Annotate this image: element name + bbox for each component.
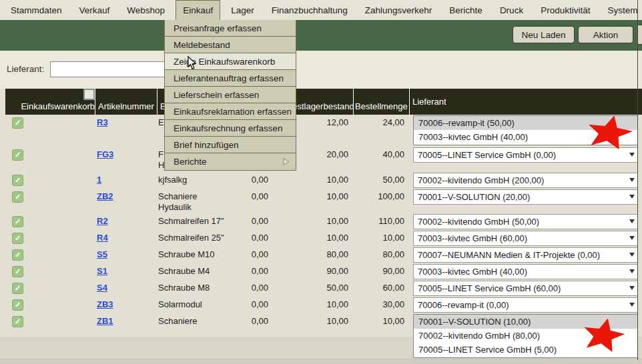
- lieferant-select-value: 70003--kivtec GmbH (60,00): [418, 233, 527, 243]
- row-checkbox[interactable]: ✓: [12, 316, 23, 327]
- menu-item-meldebestand[interactable]: Meldebestand: [165, 37, 296, 53]
- menubar-item-finanzbuchhaltung[interactable]: Finanzbuchhaltung: [265, 0, 354, 20]
- artikelnummer-link[interactable]: R3: [97, 117, 108, 127]
- artikelnummer-link[interactable]: ZB3: [97, 299, 113, 309]
- artikelnummer-cell: ZB3: [95, 297, 157, 313]
- menu-item-preisanfrage-erfassen[interactable]: Preisanfrage erfassen: [165, 20, 296, 37]
- select-dropdown-arrow-icon: [629, 286, 635, 290]
- row-checkbox-cell: ✓: [5, 213, 95, 230]
- row-checkbox[interactable]: ✓: [12, 266, 23, 277]
- artikelnummer-link[interactable]: S4: [97, 283, 107, 293]
- istlagerbestand-cell: 0,00: [229, 313, 273, 335]
- artikelnummer-link[interactable]: 1: [97, 175, 101, 185]
- column-header-label: Einkaufswarenkorb: [21, 101, 95, 111]
- bestellmenge-cell: 50,00: [353, 172, 409, 189]
- mindestlagerbestand-cell: 10,00: [273, 189, 353, 213]
- artikelnummer-link[interactable]: ZB1: [97, 316, 113, 326]
- menu-item-einkaufsreklamation-erfassen[interactable]: Einkaufsreklamation erfassen: [165, 103, 296, 120]
- row-checkbox-cell: ✓: [5, 297, 95, 313]
- istlagerbestand-cell: 0,00: [229, 189, 273, 213]
- mindestlagerbestand-cell: 90,00: [273, 263, 353, 280]
- menubar-item-druck[interactable]: Druck: [493, 0, 530, 20]
- bezeichnung-cell: kjfsalkg: [157, 172, 229, 189]
- page-bottom-strip: [0, 358, 642, 364]
- row-checkbox[interactable]: ✓: [12, 299, 23, 311]
- artikelnummer-cell: R2: [95, 213, 157, 230]
- artikelnummer-link[interactable]: R2: [97, 216, 108, 226]
- menubar-item-zahlungsverkehr[interactable]: Zahlungsverkehr: [358, 0, 439, 20]
- lieferant-cell: 70002--kivitendo GmbH (200,00): [409, 172, 642, 189]
- artikelnummer-link[interactable]: ZB2: [97, 191, 113, 201]
- bezeichnung-cell: Solarmodul: [157, 297, 229, 313]
- table-row: ✓ZB2Schaniere Hydaulik0,0010,00100,00700…: [5, 189, 642, 213]
- mindestlagerbestand-cell: 10,00: [273, 297, 353, 313]
- bestellmenge-cell: 60,00: [353, 280, 409, 297]
- row-checkbox-cell: ✓: [5, 247, 95, 263]
- row-checkbox-cell: ✓: [5, 280, 95, 297]
- title-bar: Neu Laden Aktion: [0, 20, 642, 51]
- menu-item-lieferantenauftrag-erfassen[interactable]: Lieferantenauftrag erfassen: [165, 70, 296, 87]
- menu-item-brief-hinzuf-gen[interactable]: Brief hinzufügen: [165, 137, 296, 153]
- row-checkbox[interactable]: ✓: [12, 233, 23, 244]
- mindestlagerbestand-cell: 80,00: [273, 247, 353, 263]
- menu-item-label: Berichte: [174, 157, 207, 167]
- column-header-lieferant: Lieferant: [409, 89, 642, 115]
- row-checkbox[interactable]: ✓: [12, 216, 23, 227]
- row-checkbox-cell: ✓: [5, 115, 95, 147]
- istlagerbestand-cell: 0,00: [229, 297, 273, 313]
- menu-item-label: Meldebestand: [174, 40, 230, 50]
- row-checkbox-cell: ✓: [5, 230, 95, 247]
- menubar-item-produktivit-t[interactable]: Produktivität: [534, 0, 597, 20]
- artikelnummer-link[interactable]: FG3: [97, 149, 113, 159]
- kivitendo-app-window: StammdatenVerkaufWebshopEinkaufLagerFina…: [0, 0, 642, 364]
- select-dropdown-arrow-icon: [629, 195, 635, 199]
- menubar-item-stammdaten[interactable]: Stammdaten: [4, 0, 69, 20]
- menubar-item-verkauf[interactable]: Verkauf: [73, 0, 117, 20]
- menu-item-berichte[interactable]: Berichte: [165, 153, 296, 170]
- lieferant-select-value: 70001--V-SOLUTION (20,00): [418, 192, 530, 202]
- row-checkbox[interactable]: ✓: [12, 117, 23, 129]
- menubar-item-berichte[interactable]: Berichte: [442, 0, 489, 20]
- action-button[interactable]: Aktion: [578, 26, 633, 43]
- bezeichnung-cell: Schmalreifen 17": [157, 213, 229, 230]
- istlagerbestand-cell: 0,00: [229, 230, 273, 247]
- row-checkbox[interactable]: ✓: [12, 283, 23, 294]
- artikelnummer-link[interactable]: R4: [97, 233, 108, 243]
- reload-button[interactable]: Neu Laden: [513, 26, 575, 43]
- artikelnummer-link[interactable]: S1: [97, 266, 107, 276]
- row-checkbox[interactable]: ✓: [12, 191, 23, 203]
- istlagerbestand-cell: 0,00: [229, 247, 273, 263]
- lieferant-select[interactable]: 70005--LINET Service GmbH (60,00): [413, 281, 638, 296]
- menu-item-einkaufsrechnung-erfassen[interactable]: Einkaufsrechnung erfassen: [165, 120, 296, 137]
- istlagerbestand-cell: 0,00: [229, 213, 273, 230]
- row-checkbox[interactable]: ✓: [12, 175, 23, 186]
- mindestlagerbestand-cell: 10,00: [273, 213, 353, 230]
- lieferant-select[interactable]: 70002--kivitendo GmbH (50,00): [413, 214, 638, 229]
- menubar-item-webshop[interactable]: Webshop: [120, 0, 172, 20]
- bestellmenge-cell: 90,00: [353, 263, 409, 280]
- lieferant-select[interactable]: 70006--revamp-it (0,00): [413, 297, 638, 313]
- lieferant-select[interactable]: 70001--V-SOLUTION (20,00): [413, 189, 638, 205]
- bezeichnung-cell: Schaniere Hydaulik: [157, 189, 229, 213]
- select-all-checkbox[interactable]: [83, 89, 95, 100]
- menubar-item-lager[interactable]: Lager: [224, 0, 261, 20]
- lieferant-select[interactable]: 70003--kivtec GmbH (40,00): [413, 264, 638, 279]
- lieferant-select-value: 70003--kivtec GmbH (40,00): [418, 267, 527, 277]
- lieferant-select[interactable]: 70003--kivtec GmbH (60,00): [413, 231, 638, 246]
- red-star-annotation: [581, 318, 625, 353]
- artikelnummer-cell: 1: [95, 172, 157, 189]
- menubar-item-einkauf[interactable]: Einkauf: [176, 0, 220, 20]
- bezeichnung-cell: Schmalreifen 25": [157, 230, 229, 247]
- menubar-item-system[interactable]: System: [601, 0, 642, 20]
- bezeichnung-cell: Schraube M8: [157, 280, 229, 297]
- menu-item-zeige-einkaufswarenkorb[interactable]: Zeige Einkaufswarenkorb: [165, 53, 296, 70]
- menu-item-lieferschein-erfassen[interactable]: Lieferschein erfassen: [165, 87, 296, 103]
- artikelnummer-link[interactable]: S5: [97, 249, 107, 259]
- submenu-arrow-icon: [283, 158, 290, 165]
- lieferant-select[interactable]: 70002--kivitendo GmbH (200,00): [413, 173, 638, 188]
- row-checkbox[interactable]: ✓: [12, 249, 23, 261]
- artikelnummer-cell: R4: [95, 230, 157, 247]
- row-checkbox[interactable]: ✓: [12, 149, 23, 161]
- table-body: ✓R3E12,0024,0070006--revamp-it (50,00)70…: [5, 115, 642, 335]
- lieferant-select[interactable]: 70007--NEUMANN Medien & IT-Projekte (0,0…: [413, 247, 638, 263]
